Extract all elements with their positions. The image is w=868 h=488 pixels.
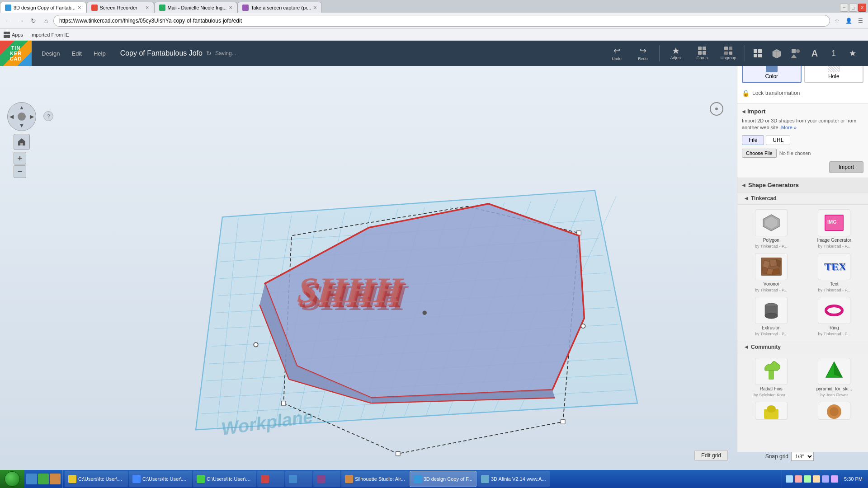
taskbar-item-tinkercad[interactable]: 3D design Copy of F... [410,471,476,487]
tinkercad-subsection-header[interactable]: ◀ Tinkercad [737,192,868,205]
taskbar-item-3[interactable]: C:\Users\Itc User\Dr... [193,471,256,487]
snap-grid-select[interactable]: 1/8" 1/4" 1/2" 1" [791,452,814,461]
ruler-button[interactable]: 1 [826,45,842,61]
import-url-tab[interactable]: URL [766,135,790,145]
star-button[interactable]: ★ [844,45,861,61]
menu-edit[interactable]: Edit [66,47,87,60]
user-icon[interactable]: 👤 [844,16,854,26]
bookmark-imported[interactable]: Imported From IE [30,32,69,38]
tab-close-4[interactable]: × [313,4,317,11]
menu-design[interactable]: Design [36,47,65,60]
tray-icon-3 [804,475,811,483]
extra-shape-2-icon [824,402,844,420]
import-btn-row: Import [742,161,863,173]
quick-launch-ie[interactable] [26,474,37,484]
taskbar-item-3-icon [197,475,205,483]
orbit-control[interactable]: ▲ ▼ ◀ ▶ [7,102,36,131]
header-menu: Design Edit Help [32,47,116,60]
taskbar-item-1[interactable]: C:\Users\Itc User\Dr... [65,471,128,487]
edit-grid-btn[interactable]: Edit grid [694,450,728,461]
undo-button[interactable]: ↩ Undo [605,43,628,64]
more-link[interactable]: More » [781,125,797,130]
shape-item-radial-fins[interactable]: Radial Fins by Selelvian Kora... [742,358,801,397]
taskbar-item-6[interactable] [313,471,340,487]
svg-marker-0 [673,47,679,54]
shape-item-ring[interactable]: Ring by Tinkercad - P... [805,297,864,336]
tray-icon-1 [786,475,793,483]
url-bar[interactable] [53,15,830,27]
3d-view-button[interactable] [769,45,785,61]
shape-item-text[interactable]: TEXT TEXT Text by Tinkercad - P... [805,253,864,292]
zoom-in-button[interactable]: + [14,152,26,164]
view-home-btn[interactable] [14,134,36,150]
import-collapse-icon: ◀ [742,109,745,114]
zoom-out-button[interactable]: − [14,165,26,178]
menu-icon[interactable]: ☰ [855,16,865,26]
start-button[interactable] [0,470,24,488]
tab-mail[interactable]: Mail - Danielle Nicole Ing... × [154,2,237,13]
maximize-browser[interactable]: □ [849,4,857,12]
star-icon[interactable]: ☆ [832,16,842,26]
handle-bl[interactable] [282,401,286,405]
shape-item-extrusion[interactable]: Extrusion by Tinkercad - P... [742,297,801,336]
taskbar-item-3-label: C:\Users\Itc User\Dr... [207,476,253,482]
taskbar-item-4[interactable] [257,471,284,487]
close-browser[interactable]: × [858,4,866,12]
minimize-browser[interactable]: − [840,4,848,12]
edit-grid-label: Edit grid [694,450,728,461]
home-nav-button[interactable]: ⌂ [41,15,52,26]
import-button[interactable]: Import [829,161,863,173]
menu-help[interactable]: Help [88,47,111,60]
tab-close-2[interactable]: × [146,4,149,11]
import-header[interactable]: ◀ Import [742,108,863,115]
text-shape-icon: TEXT TEXT [823,257,845,277]
shapes-button[interactable] [788,45,804,61]
taskbar-item-5[interactable] [285,471,312,487]
text-button[interactable]: A [807,45,823,61]
svg-rect-1 [754,49,757,53]
back-button[interactable]: ← [3,15,14,26]
shape-item-image-generator[interactable]: IMG Image Generator by Tinkercad - P... [805,209,864,249]
bookmark-apps[interactable]: Apps [4,32,23,38]
forward-button[interactable]: → [15,15,26,26]
shape-item-extra-2[interactable] [805,402,864,420]
choose-file-button[interactable]: Choose File [742,149,777,158]
tab-close-1[interactable]: × [78,4,81,11]
tab-favicon-1 [5,5,11,11]
header-right-icons: ↩ Undo ↪ Redo Adjust [605,43,868,64]
redo-button[interactable]: ↪ Redo [631,43,655,64]
group-button[interactable]: Group [690,43,714,64]
quick-launch-3[interactable] [50,474,61,484]
shape-item-voronoi[interactable]: Voronoi by Tinkercad - P... [742,253,801,292]
tray-icon-4 [813,475,820,483]
main-area: TIN KER CAD Design Edit Help Copy of Fan… [0,41,868,470]
shape-gen-header[interactable]: ◀ Shape Generators [737,178,868,192]
import-file-tab[interactable]: File [742,135,764,145]
taskbar-item-afinia[interactable]: 3D Afinia V2.14 www.A... [477,471,550,487]
adjust-button[interactable]: Adjust [664,43,688,64]
handle-bottom[interactable] [396,451,400,455]
tab-screenshot[interactable]: Take a screen capture (pr... × [237,2,322,13]
shape-item-extra-1[interactable] [742,402,801,420]
tab-close-3[interactable]: × [229,4,232,11]
tab-3d-design[interactable]: 3D design Copy of Fantab... × [0,2,86,13]
community-subsection-header[interactable]: ◀ Community [737,341,868,353]
reload-button[interactable]: ↻ [28,15,39,26]
star-fav-icon: ★ [849,48,856,58]
right-handle-dot[interactable] [581,324,585,328]
refresh-icon[interactable]: ↻ [206,50,212,57]
left-handle-dot[interactable] [254,343,258,347]
taskbar-item-2[interactable]: C:\Users\Itc User\Dr... [129,471,192,487]
clock[interactable]: 5:30 PM [842,475,864,483]
taskbar-item-1-label: C:\Users\Itc User\Dr... [78,476,124,482]
saving-indicator: Saving... [215,50,236,56]
taskbar-item-silhouette[interactable]: Silhouette Studio: Air... [341,471,409,487]
handle-br[interactable] [561,420,565,424]
ungroup-button[interactable]: Ungroup [717,43,740,64]
grid-view-button[interactable] [750,45,766,61]
shape-item-pyramid[interactable]: pyramid_for_ski... by Jean Flower [805,358,864,397]
svg-point-67 [767,405,776,413]
tab-screen-recorder[interactable]: Screen Recorder × [86,2,154,13]
shape-item-polygon[interactable]: Polygon by Tinkercad - P... [742,209,801,249]
quick-launch-explorer[interactable] [38,474,49,484]
